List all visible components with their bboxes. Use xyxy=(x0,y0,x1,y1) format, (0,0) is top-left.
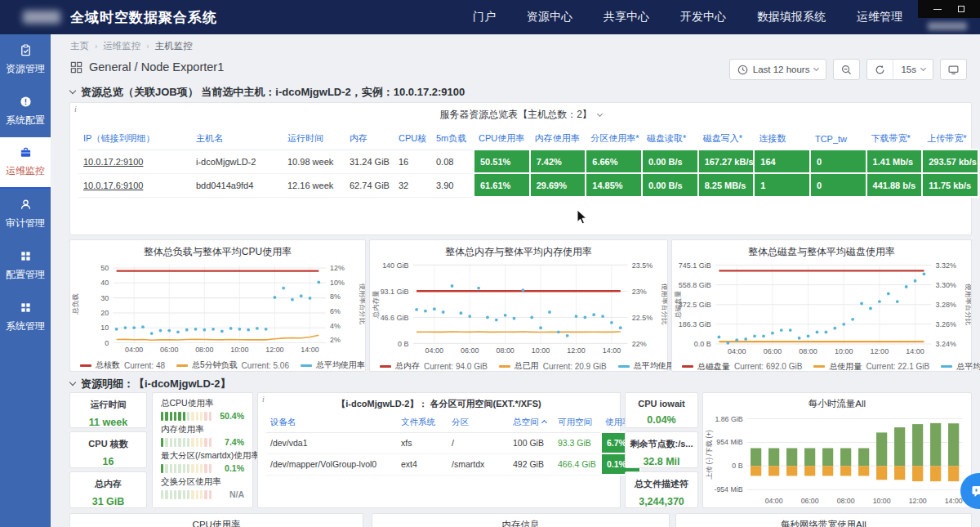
sidebar-item-config-management[interactable]: 配置管理 xyxy=(0,240,51,292)
nav-item-dev-center[interactable]: 开发中心 xyxy=(680,10,726,25)
column-header[interactable]: 文件系统 xyxy=(397,413,448,432)
column-header[interactable]: TCP_tw xyxy=(810,128,866,150)
sidebar-item-resource-management[interactable]: 资源管理 xyxy=(0,34,51,86)
column-header[interactable]: 总空间 xyxy=(509,413,554,432)
breadcrumb-ops[interactable]: 运维监控 xyxy=(103,40,140,52)
svg-text:30: 30 xyxy=(100,294,109,302)
nav-item-data-report[interactable]: 数据填报系统 xyxy=(757,10,826,25)
nav-item-ops-management[interactable]: 运维管理 xyxy=(857,10,902,25)
sidebar-item-ops-monitoring[interactable]: 运维监控 xyxy=(0,137,51,189)
column-header[interactable]: 内存 xyxy=(345,128,394,150)
nav-item-resource-center[interactable]: 资源中心 xyxy=(527,10,572,25)
stat-cpu-iowait: CPU iowait 0.04% xyxy=(625,392,698,428)
svg-text:14:00: 14:00 xyxy=(945,497,963,505)
column-header[interactable]: CPU使用率 xyxy=(474,128,530,150)
chart-legend: 总核数Current: 48总5分钟负载Current: 5.06总平均使用率C… xyxy=(70,360,365,371)
svg-text:23.5%: 23.5% xyxy=(632,261,653,270)
legend-item[interactable]: 总使用量Current: 22.1 GiB xyxy=(813,361,929,373)
bar xyxy=(751,448,761,466)
gauge-value: 50.4% xyxy=(216,411,244,421)
series-point xyxy=(923,272,926,275)
ip-link[interactable]: 10.0.17.6:9100 xyxy=(83,181,143,190)
bar xyxy=(804,466,815,476)
legend-item[interactable]: 总内存Current: 94.0 GiB xyxy=(380,360,488,372)
svg-text:10:00: 10:00 xyxy=(835,347,853,355)
chart-title: 内存信息 xyxy=(372,514,669,527)
refresh-button[interactable] xyxy=(867,60,893,79)
series-point xyxy=(869,307,872,310)
metric-cell: 293.57 kb/s xyxy=(922,150,978,173)
column-header[interactable]: 磁盘读取* xyxy=(642,128,698,150)
stat-value: 3,244,370 xyxy=(626,496,697,507)
series-point xyxy=(771,332,774,335)
column-header[interactable]: 设备名 xyxy=(266,413,397,432)
svg-text:3.32%: 3.32% xyxy=(936,261,957,270)
legend-item[interactable]: 总已用Current: 20.9 GiB xyxy=(499,360,607,372)
svg-text:04:00: 04:00 xyxy=(765,497,783,505)
nav-item-portal[interactable]: 门户 xyxy=(473,10,496,25)
column-header[interactable]: 连接数 xyxy=(754,128,810,150)
series-point xyxy=(159,329,163,333)
svg-text:08:00: 08:00 xyxy=(195,346,213,354)
breadcrumb-home[interactable]: 主页 xyxy=(70,40,89,52)
metric-cell: 11.75 kb/s xyxy=(922,173,978,197)
legend-item[interactable]: 总核数Current: 48 xyxy=(80,360,165,371)
chevron-down-icon[interactable] xyxy=(597,110,603,116)
series-point xyxy=(300,294,303,297)
column-header[interactable]: 可用空间 xyxy=(554,413,601,432)
svg-text:140 GiB: 140 GiB xyxy=(382,261,408,270)
svg-text:3.28%: 3.28% xyxy=(936,301,957,309)
column-header[interactable]: 下载带宽* xyxy=(866,128,923,150)
series-point xyxy=(504,314,507,317)
column-header[interactable]: 上传带宽* xyxy=(922,128,978,150)
time-range-picker[interactable]: Last 12 hours xyxy=(729,59,827,80)
column-header[interactable]: IP（链接到明细） xyxy=(78,128,191,150)
ip-link[interactable]: 10.0.17.2:9100 xyxy=(83,157,143,167)
series-point xyxy=(291,298,294,301)
column-header[interactable]: 分区使用率* xyxy=(586,128,642,150)
series-point xyxy=(807,334,810,337)
monitor-icon xyxy=(948,65,959,75)
svg-text:12%: 12% xyxy=(330,264,345,272)
legend-item[interactable]: 总平均使用率Current: 3.3% xyxy=(941,361,980,373)
alert-circle-icon xyxy=(20,96,32,108)
series-point xyxy=(415,308,418,311)
minimize-icon[interactable] xyxy=(933,9,942,10)
column-header[interactable]: 磁盘写入* xyxy=(698,128,755,150)
app-title: 全域时空数据聚合系统 xyxy=(70,8,217,27)
column-header[interactable]: 运行时间 xyxy=(283,128,345,150)
nav-item-share-center[interactable]: 共享中心 xyxy=(604,10,649,25)
collapse-icon[interactable] xyxy=(69,379,76,386)
dashboard-header: General / Node Exporter1 xyxy=(70,60,224,74)
sidebar-item-system-management[interactable]: 系统管理 xyxy=(0,292,51,343)
series-point xyxy=(433,307,436,310)
partition-table-title: 【i-dcoMjgwLD-2】： 各分区可用空间(EXT.*/XFS) xyxy=(258,393,620,410)
sidebar-item-audit-management[interactable]: 审计管理 xyxy=(0,189,51,240)
metric-cell: 1.41 Mb/s xyxy=(866,150,923,173)
metric-cell: 164 xyxy=(754,150,810,173)
refresh-interval-select[interactable]: 15s xyxy=(893,60,933,79)
section-overview-title: 资源总览（关联JOB项） 当前选中主机：i-dcoMjgwLD-2，实例：10.… xyxy=(81,85,465,100)
column-header[interactable]: 主机名 xyxy=(191,128,283,150)
sidebar-item-label: 配置管理 xyxy=(6,268,45,282)
column-header[interactable]: 分区 xyxy=(448,413,509,432)
zoom-out-button[interactable] xyxy=(833,59,860,80)
svg-text:558.8 GiB: 558.8 GiB xyxy=(679,281,711,289)
column-header[interactable]: 内存使用率 xyxy=(530,128,586,150)
series-point xyxy=(851,318,854,321)
series-point xyxy=(735,338,738,342)
column-header[interactable]: 5m负载 xyxy=(431,128,474,150)
section-detail: 资源明细：【i-dcoMjgwLD-2】 xyxy=(70,377,230,391)
series-point xyxy=(789,328,792,332)
legend-item[interactable]: 总5分钟负载Current: 5.06 xyxy=(176,360,289,371)
user-menu[interactable] xyxy=(928,22,967,30)
legend-item[interactable]: 总磁盘量Current: 692.0 GiB xyxy=(682,361,802,373)
maximize-icon[interactable] xyxy=(958,6,964,12)
sidebar-item-system-config[interactable]: 系统配置 xyxy=(0,86,51,137)
tv-mode-button[interactable] xyxy=(940,59,967,80)
column-header[interactable]: CPU核 xyxy=(394,128,431,150)
cell: / xyxy=(448,432,509,453)
bar xyxy=(858,448,869,466)
zoom-out-icon xyxy=(841,65,852,75)
collapse-icon[interactable] xyxy=(69,87,76,94)
